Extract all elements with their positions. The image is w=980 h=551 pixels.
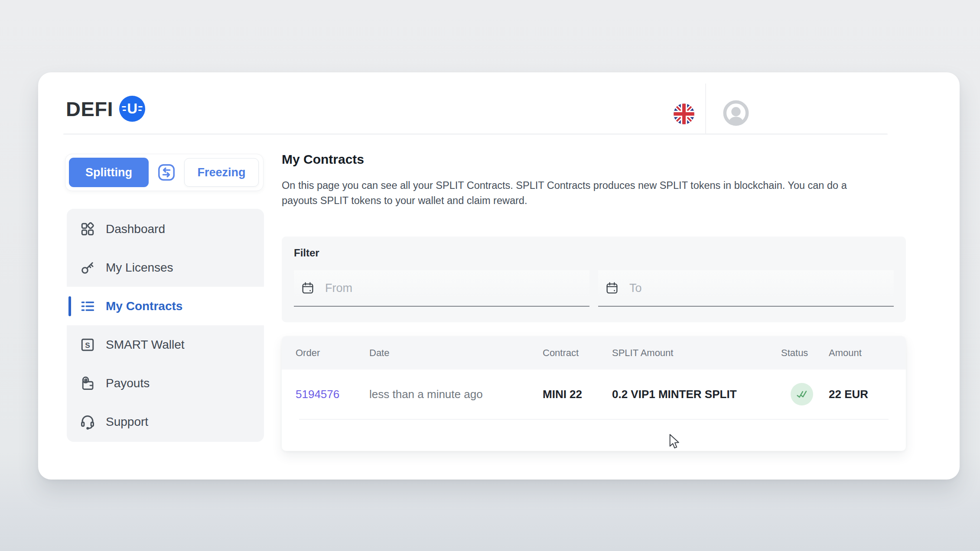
sidebar-item-label: SMART Wallet [106,338,185,352]
freezing-tab-button[interactable]: Freezing [184,158,259,187]
wallet-payout-icon [80,376,95,391]
list-icon [80,298,95,314]
column-header-date: Date [369,347,543,359]
page-description: On this page you can see all your SPLIT … [282,178,847,208]
sidebar-item-label: Dashboard [106,222,165,236]
headset-icon [80,414,95,430]
sidebar-item-my-licenses[interactable]: My Licenses [67,248,264,287]
sidebar-item-label: Support [106,415,148,429]
sidebar-menu: Dashboard My Licenses [67,209,264,442]
calendar-icon [301,281,315,295]
brand-name: DEFI [66,97,113,121]
language-switcher-uk-flag-icon[interactable] [674,104,694,124]
sidebar-item-payouts[interactable]: Payouts [67,364,264,402]
column-header-status: Status [781,347,829,359]
column-header-contract: Contract [543,347,612,359]
date-from-field[interactable] [294,270,589,307]
date-to-field[interactable] [598,270,894,307]
svg-text:S: S [85,340,90,349]
order-link[interactable]: 5194576 [296,388,369,401]
date-to-input[interactable] [629,270,894,306]
smart-wallet-icon: S [80,337,95,353]
row-amount: 22 EUR [829,388,906,401]
sidebar-item-dashboard[interactable]: Dashboard [67,210,264,248]
sidebar-item-label: Payouts [106,376,150,390]
row-date: less than a minute ago [369,388,543,401]
header-divider [63,133,888,135]
contracts-table: Order Date Contract SPLIT Amount Status … [282,336,906,451]
date-from-input[interactable] [325,270,589,306]
sidebar-item-smart-wallet[interactable]: S SMART Wallet [67,325,264,364]
sidebar-item-label: My Licenses [106,261,173,275]
column-header-split-amount: SPLIT Amount [612,347,781,359]
row-split-amount: 0.2 VIP1 MINTER SPLIT [612,388,781,401]
brand-coin-icon: U [119,96,145,122]
filter-panel: Filter [282,237,906,322]
swap-mode-icon[interactable] [149,162,184,182]
filter-title: Filter [294,247,894,259]
sidebar-item-label: My Contracts [106,299,182,313]
calendar-icon [605,281,619,295]
dashboard-grid-icon [80,221,95,237]
sidebar-item-my-contracts[interactable]: My Contracts [67,287,264,325]
page-description-line: payouts SPLIT tokens to your wallet and … [282,193,847,208]
status-success-double-check-icon [791,383,813,405]
page-title: My Contracts [282,152,364,167]
main-app-card: DEFI U [38,72,960,480]
splitting-tab-button[interactable]: Splitting [69,158,149,187]
column-header-order: Order [296,347,369,359]
page-description-line: On this page you can see all your SPLIT … [282,178,847,193]
header-divider-vertical [705,84,706,134]
brand-logo: DEFI U [66,96,145,122]
row-contract: MINI 22 [543,388,612,401]
table-header-row: Order Date Contract SPLIT Amount Status … [282,336,906,369]
row-divider [299,419,889,420]
mode-toggle-group: Splitting Freezing [65,154,264,191]
app-background: DEFI U [0,0,980,551]
column-header-amount: Amount [829,347,906,359]
key-icon [80,260,95,276]
brand-coin-letter: U [127,100,137,117]
table-row: 5194576 less than a minute ago MINI 22 0… [282,369,906,419]
sidebar-item-support[interactable]: Support [67,402,264,441]
user-avatar-icon[interactable] [723,100,749,126]
